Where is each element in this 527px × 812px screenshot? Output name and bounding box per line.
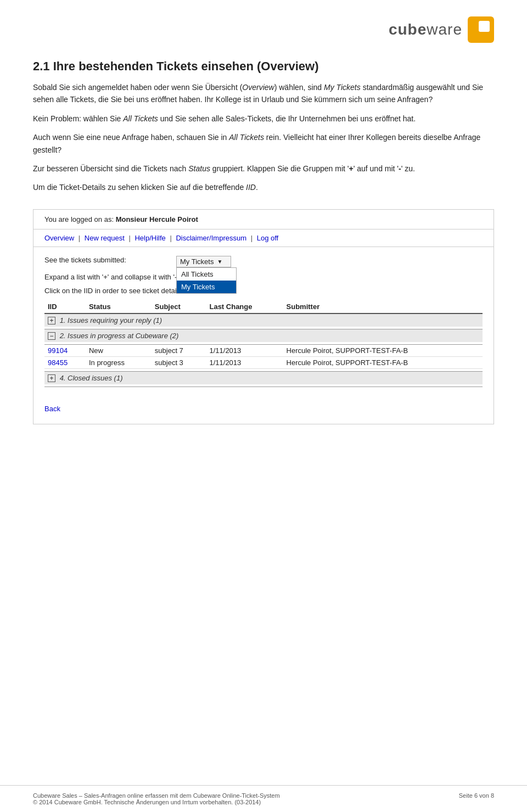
tickets-table: IID Status Subject Last Change Submitter… xyxy=(44,300,483,387)
footer: Cubeware Sales – Sales-Anfragen online e… xyxy=(0,785,527,812)
nav-overview[interactable]: Overview xyxy=(44,234,74,242)
ticket-content: See the tickets submitted: My Tickets ▼ … xyxy=(33,247,494,396)
p2-part1: Kein Problem: wählen Sie All Tickets und… xyxy=(33,114,416,123)
nav-sep-1: | xyxy=(79,234,80,242)
logo-cube: cube xyxy=(389,21,427,38)
logged-in-bar: You are logged on as: Monsieur Hercule P… xyxy=(33,210,494,229)
col-submitter: Submitter xyxy=(283,300,483,313)
expand-icon-2[interactable]: − xyxy=(48,332,55,340)
divider-4 xyxy=(44,384,483,387)
group-label-4: + 4. Closed issues (1) xyxy=(44,371,483,384)
col-status: Status xyxy=(86,300,152,313)
expand-icon-1[interactable]: + xyxy=(48,317,55,324)
cell-status-2: In progress xyxy=(86,356,152,368)
paragraph-3: Auch wenn Sie eine neue Anfrage haben, s… xyxy=(33,131,494,156)
expand-row: Expand a list with '+' and collapse it w… xyxy=(44,273,483,281)
footer-right: Seite 6 von 8 xyxy=(459,792,494,805)
expand-label: Expand a list with '+' and collapse it w… xyxy=(44,273,178,281)
iid-link-2[interactable]: 98455 xyxy=(48,359,68,367)
paragraph-4: Zur besseren Übersicht sind die Tickets … xyxy=(33,163,494,175)
cell-submitter-1: Hercule Poirot, SUPPORT-TEST-FA-B xyxy=(283,344,483,356)
cell-lastchange-1: 1/11/2013 xyxy=(206,344,283,356)
dropdown-arrow-icon: ▼ xyxy=(217,259,222,265)
cell-status-1: New xyxy=(86,344,152,356)
table-row: 98455 In progress subject 3 1/11/2013 He… xyxy=(44,356,483,368)
nav-disclaimer[interactable]: Disclaimer/Impressum xyxy=(176,234,246,242)
tickets-dropdown[interactable]: My Tickets ▼ All Tickets My Tickets xyxy=(176,256,231,267)
section-title: 2.1 Ihre bestehenden Tickets einsehen (O… xyxy=(33,59,494,74)
click-row: Click on the IID in order to see ticket … xyxy=(44,287,483,295)
group-row-1: + 1. Issues requiring your reply (1) xyxy=(44,313,483,327)
logged-in-label: You are logged on as: xyxy=(44,215,116,223)
paragraph-2: Kein Problem: wählen Sie All Tickets und… xyxy=(33,113,494,125)
table-row: 99104 New subject 7 1/11/2013 Hercule Po… xyxy=(44,344,483,356)
group-row-4: + 4. Closed issues (1) xyxy=(44,371,483,384)
nav-logoff[interactable]: Log off xyxy=(257,234,279,242)
logo-icon xyxy=(468,16,494,43)
back-link[interactable]: Back xyxy=(33,405,71,413)
col-subject: Subject xyxy=(152,300,206,313)
dropdown-option-my[interactable]: My Tickets xyxy=(177,281,236,293)
cell-subject-2: subject 3 xyxy=(152,356,206,368)
nav-help[interactable]: Help/Hilfe xyxy=(134,234,165,242)
see-tickets-label: See the tickets submitted: xyxy=(44,256,176,264)
footer-left: Cubeware Sales – Sales-Anfragen online e… xyxy=(33,792,280,805)
iid-link-1[interactable]: 99104 xyxy=(48,346,68,355)
dropdown-selected: My Tickets xyxy=(180,257,214,266)
col-iid: IID xyxy=(44,300,86,313)
logged-in-user: Monsieur Hercule Poirot xyxy=(116,215,198,223)
cell-iid-1: 99104 xyxy=(44,344,86,356)
nav-sep-2: | xyxy=(128,234,130,242)
group-row-2: − 2. Issues in progress at Cubeware (2) xyxy=(44,329,483,342)
logo-ware: ware xyxy=(427,21,462,38)
group-label-2: − 2. Issues in progress at Cubeware (2) xyxy=(44,329,483,342)
see-tickets-row: See the tickets submitted: My Tickets ▼ … xyxy=(44,256,483,267)
logo: cubeware xyxy=(389,16,494,43)
paragraph-5: Um die Ticket-Details zu sehen klicken S… xyxy=(33,181,494,193)
cell-lastchange-2: 1/11/2013 xyxy=(206,356,283,368)
paragraph-1: Sobald Sie sich angemeldet haben oder we… xyxy=(33,81,494,106)
nav-new-request[interactable]: New request xyxy=(85,234,125,242)
footer-line1: Cubeware Sales – Sales-Anfragen online e… xyxy=(33,792,280,799)
ticket-ui: You are logged on as: Monsieur Hercule P… xyxy=(33,209,494,424)
footer-line2: © 2014 Cubeware GmbH. Technische Änderun… xyxy=(33,799,280,805)
header: cubeware xyxy=(33,16,494,43)
cell-submitter-2: Hercule Poirot, SUPPORT-TEST-FA-B xyxy=(283,356,483,368)
group-label-1: + 1. Issues requiring your reply (1) xyxy=(44,313,483,327)
logo-text: cubeware xyxy=(389,21,462,38)
click-label: Click on the IID in order to see ticket … xyxy=(44,287,184,295)
dropdown-menu: All Tickets My Tickets xyxy=(176,267,237,294)
dropdown-button[interactable]: My Tickets ▼ xyxy=(176,256,231,267)
table-header-row: IID Status Subject Last Change Submitter xyxy=(44,300,483,313)
expand-icon-4[interactable]: + xyxy=(48,374,55,382)
dropdown-option-all[interactable]: All Tickets xyxy=(177,268,236,281)
cell-iid-2: 98455 xyxy=(44,356,86,368)
nav-bar: Overview | New request | Help/Hilfe | Di… xyxy=(33,229,494,247)
nav-sep-4: | xyxy=(251,234,253,242)
cell-subject-1: subject 7 xyxy=(152,344,206,356)
nav-sep-3: | xyxy=(170,234,171,242)
logo-icon-inner xyxy=(479,21,490,32)
col-last-change: Last Change xyxy=(206,300,283,313)
